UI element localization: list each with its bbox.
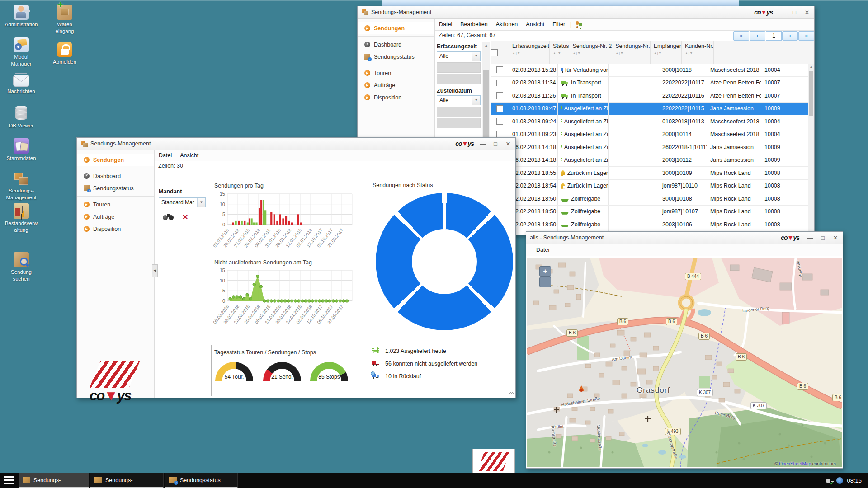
menu-item[interactable]: Ansicht — [522, 21, 548, 28]
background-window-titlebar[interactable] — [382, 0, 739, 6]
maximize-button[interactable]: □ — [489, 141, 502, 147]
sidebar-item[interactable]: ▶ Sendungen — [77, 154, 154, 166]
row-checkbox[interactable] — [496, 105, 503, 112]
menu-item[interactable]: Aktionen — [492, 21, 522, 28]
table-row[interactable]: 22.02.2018 18:54 Zurück im Lager jom987|… — [491, 180, 808, 193]
page-number-input[interactable]: 1 — [766, 31, 782, 41]
menu-item[interactable]: Filter — [548, 21, 569, 28]
sort-arrows[interactable]: ▲|▼ — [654, 52, 662, 55]
sidebar-item[interactable]: ▶ Aufträge — [358, 79, 434, 91]
sidebar-item[interactable]: Dashboard — [358, 38, 434, 51]
sidebar-item[interactable]: ▶ Sendungen — [358, 22, 434, 34]
filter-select[interactable]: Alle▼ — [437, 95, 481, 105]
column-header[interactable]: Sendungs-Nr. 2 ▲|▼ — [569, 41, 612, 64]
taskbar-button[interactable]: Sendungs- — [19, 473, 89, 488]
maximize-button[interactable]: □ — [788, 9, 801, 16]
clear-icon[interactable]: ✕ — [182, 213, 188, 221]
select-all-header[interactable] — [491, 41, 509, 64]
menu-item[interactable]: Datei — [526, 247, 553, 253]
close-button[interactable]: ✕ — [801, 9, 813, 16]
sidebar-item[interactable]: ▶ Disposition — [358, 91, 434, 103]
menu-item[interactable]: Datei — [155, 152, 176, 159]
menu-item[interactable]: Bearbeiten — [456, 21, 491, 28]
mandant-select[interactable]: Standard Mar▼ — [159, 197, 206, 207]
osm-link[interactable]: OpenStreetMap — [779, 461, 811, 466]
filter-value-block[interactable] — [437, 74, 481, 84]
table-row[interactable]: 02.03.2018 11:26 In Transport 22022022|1… — [491, 89, 808, 103]
taskbar-button[interactable]: Sendungs- — [90, 473, 164, 488]
background-window-fragment[interactable] — [472, 449, 515, 475]
minimize-button[interactable]: — — [476, 141, 489, 147]
desktop-icon[interactable]: Stammdaten — [1, 138, 42, 162]
menu-item[interactable]: Datei — [435, 21, 456, 28]
zoom-in-button[interactable]: + — [539, 266, 551, 277]
table-row[interactable]: 01.03.2018 09:23 Ausgeliefert an Zi 2000… — [491, 128, 808, 141]
filter-value-block[interactable] — [437, 107, 481, 117]
minimize-button[interactable]: — — [804, 235, 816, 241]
sort-arrows[interactable]: ▲|▼ — [572, 52, 581, 55]
filter-value-block[interactable] — [437, 118, 481, 128]
menu-item[interactable]: Ansicht — [176, 152, 203, 159]
page-next-button[interactable]: › — [782, 31, 798, 41]
desktop-icon[interactable]: Modul Manager — [1, 37, 42, 67]
desktop-icon[interactable]: Abmelden — [44, 42, 85, 66]
table-row[interactable]: 22.02.2018 18:50 Zollfreigabe 2003|10106… — [491, 218, 808, 231]
desktop-icon[interactable]: Sendung suchen — [1, 252, 42, 282]
sidebar-item[interactable]: ▶ Disposition — [77, 223, 154, 235]
table-row[interactable]: 01.03.2018 09:24 Ausgeliefert an Zi 0103… — [491, 115, 808, 128]
maximize-button[interactable]: □ — [816, 235, 829, 241]
table-row[interactable]: 01.03.2018 09:47 Ausgeliefert an Zi 2202… — [491, 103, 808, 116]
page-prev-button[interactable]: ‹ — [750, 31, 765, 41]
column-header[interactable]: Sendungs-Nr. ▲|▼ — [612, 41, 650, 64]
row-checkbox[interactable] — [496, 66, 503, 73]
info-icon[interactable]: i — [836, 477, 843, 484]
table-scrollbar[interactable]: ▲ — [808, 64, 814, 235]
table-row[interactable]: 02.03.2018 15:28 für Verladung vor 3000|… — [491, 64, 808, 77]
desktop-icon[interactable]: Sendungs- Management — [1, 171, 42, 201]
sort-arrows[interactable]: ▲|▼ — [685, 52, 693, 55]
close-button[interactable]: ✕ — [502, 141, 514, 147]
column-header[interactable]: Empfänger ▲|▼ — [651, 41, 682, 64]
column-header[interactable]: Erfassungszeit ▲|▼ — [509, 41, 550, 64]
table-row[interactable]: 22.02.2018 18:50 Zollfreigabe 3000|10108… — [491, 192, 808, 206]
search-binoculars-icon[interactable] — [163, 214, 175, 221]
desktop-icon[interactable]: DB Viewer — [1, 106, 42, 129]
sort-arrows[interactable]: ▲|▼ — [615, 52, 624, 55]
column-header[interactable]: Kunden-Nr. ▲|▼ — [682, 41, 714, 64]
close-button[interactable]: ✕ — [829, 235, 842, 241]
table-row[interactable]: 26.02.2018 14:18 Ausgeliefert an Zi 2602… — [491, 141, 808, 154]
desktop-icon[interactable]: Administration — [1, 5, 42, 28]
sort-arrows[interactable]: ▲|▼ — [553, 52, 561, 55]
sidebar-item[interactable]: ▶ Touren — [358, 67, 434, 79]
page-first-button[interactable]: « — [733, 31, 749, 41]
sidebar-item[interactable]: ▶ Touren — [77, 198, 154, 211]
sort-arrows[interactable]: ▲|▼ — [512, 52, 521, 55]
table-row[interactable]: 26.02.2018 14:18 Ausgeliefert an Zi 2003… — [491, 154, 808, 167]
sidebar-item[interactable]: Sendungsstatus — [358, 51, 434, 63]
titlebar[interactable]: Sendungs-Management — [358, 6, 814, 19]
row-checkbox[interactable] — [496, 92, 503, 99]
desktop-icon[interactable]: Bestandsverw altung — [1, 203, 42, 234]
row-checkbox[interactable] — [496, 80, 503, 86]
filter-value-block[interactable] — [437, 62, 481, 73]
desktop-icon[interactable]: Waren eingang — [44, 5, 85, 35]
titlebar[interactable]: Sendungs-Management — [77, 138, 515, 150]
sidebar-collapse-handle[interactable]: ◀ — [152, 264, 158, 277]
users-icon[interactable] — [575, 21, 583, 28]
table-row[interactable]: 02.03.2018 11:34 In Transport 22022022|1… — [491, 77, 808, 90]
start-menu-icon[interactable] — [4, 476, 14, 485]
map[interactable]: B 444B 6B 6B 6B 6B 6B 6B 6K 307K 307L 49… — [527, 258, 842, 467]
column-header[interactable]: Status ▲|▼ — [550, 41, 569, 64]
minimize-button[interactable]: — — [775, 9, 788, 16]
filter-select[interactable]: Alle▼ — [437, 51, 481, 61]
connection-icon[interactable] — [826, 478, 833, 484]
resize-grip[interactable] — [509, 392, 514, 396]
table-row[interactable]: 22.02.2018 18:50 Zollfreigabe jom987|101… — [491, 206, 808, 219]
zoom-out-button[interactable]: − — [539, 277, 551, 287]
sidebar-item[interactable]: ▶ Aufträge — [77, 211, 154, 223]
desktop-icon[interactable]: Nachrichten — [1, 72, 42, 95]
row-checkbox[interactable] — [496, 131, 503, 138]
sidebar-item[interactable]: Dashboard — [77, 170, 154, 182]
row-checkbox[interactable] — [496, 118, 503, 125]
page-last-button[interactable]: » — [798, 31, 814, 41]
